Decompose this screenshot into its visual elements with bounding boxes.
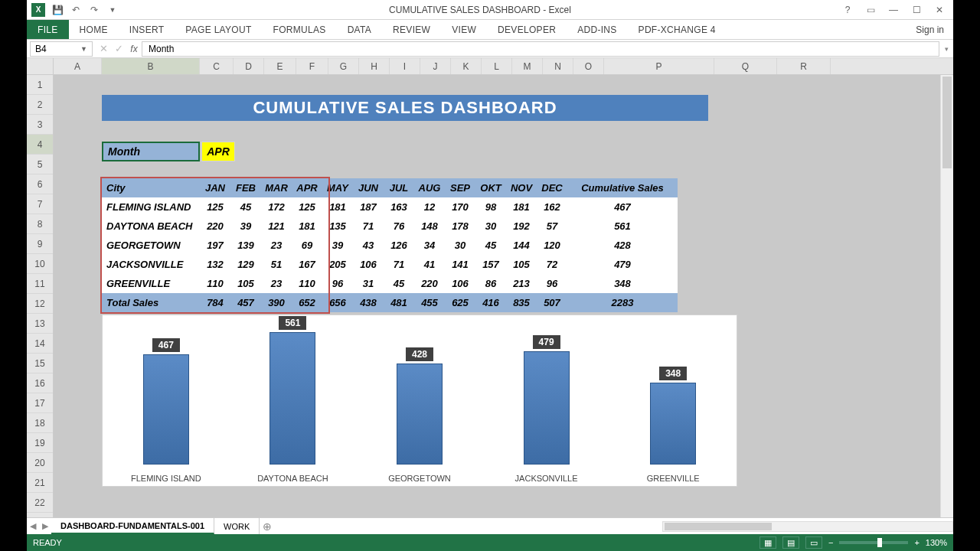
col-header-J[interactable]: J bbox=[420, 58, 451, 74]
next-sheet-icon[interactable]: ▶ bbox=[39, 521, 51, 531]
maximize-icon[interactable]: ☐ bbox=[906, 2, 927, 18]
row-header-21[interactable]: 21 bbox=[27, 473, 53, 493]
prev-sheet-icon[interactable]: ◀ bbox=[27, 521, 39, 531]
value-cell[interactable]: 39 bbox=[230, 217, 261, 236]
value-cell[interactable]: 205 bbox=[322, 255, 353, 274]
value-cell[interactable]: 98 bbox=[475, 197, 506, 217]
value-cell[interactable]: 30 bbox=[445, 236, 475, 255]
value-cell[interactable]: 12 bbox=[414, 197, 445, 217]
row-header-2[interactable]: 2 bbox=[27, 95, 53, 115]
value-cell[interactable]: 110 bbox=[200, 274, 230, 293]
value-cell[interactable]: 45 bbox=[475, 236, 506, 255]
value-cell[interactable]: 162 bbox=[537, 197, 567, 217]
value-cell[interactable]: 39 bbox=[322, 236, 353, 255]
row-header-8[interactable]: 8 bbox=[27, 214, 53, 234]
row-header-15[interactable]: 15 bbox=[27, 354, 53, 373]
row-header-12[interactable]: 12 bbox=[27, 294, 53, 314]
row-header-18[interactable]: 18 bbox=[27, 413, 53, 433]
fx-icon[interactable]: fx bbox=[126, 44, 142, 54]
col-header-C[interactable]: C bbox=[200, 58, 234, 74]
zoom-slider-handle[interactable] bbox=[877, 538, 882, 547]
value-cell[interactable]: 45 bbox=[384, 274, 414, 293]
value-cell[interactable]: 43 bbox=[353, 236, 384, 255]
col-header-B[interactable]: B bbox=[102, 58, 200, 74]
row-header-13[interactable]: 13 bbox=[27, 314, 53, 334]
chart-bar[interactable]: 348 bbox=[650, 383, 696, 465]
value-cell[interactable]: 172 bbox=[261, 197, 292, 217]
sales-chart[interactable]: 467561428479348 FLEMING ISLANDDAYTONA BE… bbox=[102, 315, 737, 487]
value-cell[interactable]: 57 bbox=[537, 217, 567, 236]
value-cell[interactable]: 220 bbox=[200, 217, 230, 236]
value-cell[interactable]: 51 bbox=[261, 255, 292, 274]
month-value-cell[interactable]: APR bbox=[201, 142, 235, 161]
col-header-L[interactable]: L bbox=[482, 58, 512, 74]
col-header-G[interactable]: G bbox=[328, 58, 359, 74]
value-cell[interactable]: 30 bbox=[475, 217, 506, 236]
col-header-P[interactable]: P bbox=[604, 58, 714, 74]
value-cell[interactable]: 34 bbox=[414, 236, 445, 255]
chart-bar[interactable]: 561 bbox=[270, 332, 315, 465]
chart-bar[interactable]: 428 bbox=[397, 364, 443, 465]
value-cell[interactable]: 71 bbox=[384, 255, 414, 274]
cumulative-cell[interactable]: 348 bbox=[567, 274, 678, 293]
value-cell[interactable]: 141 bbox=[445, 255, 475, 274]
value-cell[interactable]: 213 bbox=[506, 274, 537, 293]
row-header-17[interactable]: 17 bbox=[27, 393, 53, 413]
value-cell[interactable]: 157 bbox=[475, 255, 506, 274]
row-header-5[interactable]: 5 bbox=[27, 155, 53, 174]
row-header-10[interactable]: 10 bbox=[27, 254, 53, 274]
value-cell[interactable]: 125 bbox=[200, 197, 230, 217]
close-icon[interactable]: ✕ bbox=[929, 2, 950, 18]
value-cell[interactable]: 144 bbox=[506, 236, 537, 255]
value-cell[interactable]: 96 bbox=[537, 274, 567, 293]
col-header-M[interactable]: M bbox=[512, 58, 543, 74]
zoom-out-icon[interactable]: − bbox=[828, 538, 833, 547]
redo-icon[interactable]: ↷ bbox=[88, 4, 100, 16]
zoom-slider[interactable] bbox=[839, 541, 908, 544]
col-header-D[interactable]: D bbox=[234, 58, 264, 74]
city-cell[interactable]: FLEMING ISLAND bbox=[102, 197, 200, 217]
row-header-19[interactable]: 19 bbox=[27, 433, 53, 453]
col-header-Q[interactable]: Q bbox=[714, 58, 777, 74]
tab-view[interactable]: VIEW bbox=[441, 20, 487, 39]
value-cell[interactable]: 76 bbox=[384, 217, 414, 236]
formula-value[interactable]: Month bbox=[142, 41, 939, 57]
value-cell[interactable]: 139 bbox=[230, 236, 261, 255]
value-cell[interactable]: 181 bbox=[506, 197, 537, 217]
horizontal-scrollbar-thumb[interactable] bbox=[665, 523, 772, 530]
value-cell[interactable]: 96 bbox=[322, 274, 353, 293]
value-cell[interactable]: 181 bbox=[292, 217, 322, 236]
tab-pdf-xchange-4[interactable]: PDF-XChange 4 bbox=[628, 20, 727, 39]
grid-area[interactable]: ABCDEFGHIJKLMNOPQR CUMULATIVE SALES DASH… bbox=[54, 58, 953, 517]
cumulative-cell[interactable]: 479 bbox=[567, 255, 678, 274]
value-cell[interactable]: 126 bbox=[384, 236, 414, 255]
sign-in[interactable]: Sign in bbox=[916, 24, 953, 35]
chart-bar[interactable]: 467 bbox=[143, 354, 189, 465]
row-header-6[interactable]: 6 bbox=[27, 174, 53, 194]
tab-formulas[interactable]: FORMULAS bbox=[263, 20, 337, 39]
value-cell[interactable]: 110 bbox=[292, 274, 322, 293]
cumulative-cell[interactable]: 467 bbox=[567, 197, 678, 217]
city-cell[interactable]: GEORGETOWN bbox=[102, 236, 200, 255]
value-cell[interactable]: 41 bbox=[414, 255, 445, 274]
col-header-O[interactable]: O bbox=[573, 58, 604, 74]
value-cell[interactable]: 125 bbox=[292, 197, 322, 217]
value-cell[interactable]: 120 bbox=[537, 236, 567, 255]
value-cell[interactable]: 105 bbox=[506, 255, 537, 274]
col-header-I[interactable]: I bbox=[390, 58, 420, 74]
value-cell[interactable]: 71 bbox=[353, 217, 384, 236]
city-cell[interactable]: DAYTONA BEACH bbox=[102, 217, 200, 236]
value-cell[interactable]: 45 bbox=[230, 197, 261, 217]
value-cell[interactable]: 178 bbox=[445, 217, 475, 236]
sheet-tab[interactable]: WORK bbox=[214, 518, 260, 534]
tab-review[interactable]: REVIEW bbox=[382, 20, 441, 39]
col-header-E[interactable]: E bbox=[264, 58, 296, 74]
value-cell[interactable]: 106 bbox=[445, 274, 475, 293]
value-cell[interactable]: 69 bbox=[292, 236, 322, 255]
value-cell[interactable]: 148 bbox=[414, 217, 445, 236]
tab-insert[interactable]: INSERT bbox=[119, 20, 175, 39]
row-header-22[interactable]: 22 bbox=[27, 493, 53, 513]
col-header-N[interactable]: N bbox=[543, 58, 573, 74]
value-cell[interactable]: 192 bbox=[506, 217, 537, 236]
ribbon-options-icon[interactable]: ▭ bbox=[860, 2, 881, 18]
